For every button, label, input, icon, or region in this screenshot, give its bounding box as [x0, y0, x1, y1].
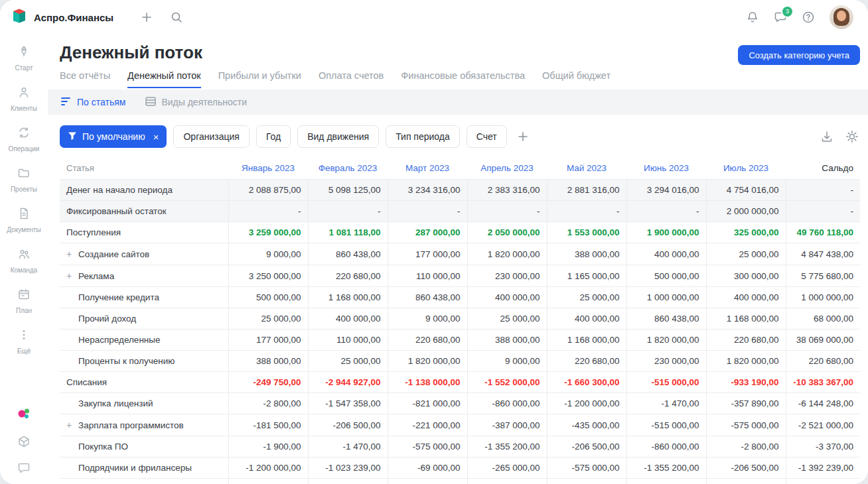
value-cell: 3 250 000,00 [228, 265, 308, 287]
tab-profit-loss[interactable]: Прибыли и убытки [218, 70, 301, 88]
value-cell: 1 820 000,00 [626, 330, 706, 351]
value-cell: 110 000,00 [308, 330, 388, 351]
column-header-month[interactable]: Апрель 2023 [467, 157, 547, 180]
column-header-month[interactable]: Июнь 2023 [626, 157, 706, 180]
table-row: Списания-249 750,00-2 944 927,00-1 138 0… [60, 372, 860, 393]
value-cell: 860 438,00 [626, 308, 706, 330]
tab-financial-obligations[interactable]: Финансовые обязательства [401, 70, 525, 88]
sidebar-item-plan[interactable]: План [16, 288, 32, 314]
expand-icon[interactable]: + [66, 420, 78, 430]
settings-gear-icon[interactable] [845, 130, 859, 143]
chat-bubble-icon[interactable] [17, 461, 31, 475]
row-label-cell[interactable]: +Зарплата программистов [60, 414, 228, 436]
saldo-cell: -10 383 367,00 [786, 372, 860, 393]
saldo-cell: 4 847 438,00 [786, 243, 860, 265]
table-body: Денег на начало периода2 088 875,005 098… [60, 180, 860, 484]
add-filter-button[interactable] [518, 131, 528, 142]
value-cell: 25 000,00 [308, 351, 388, 372]
active-filter-label: По умолчанию [82, 131, 145, 142]
value-cell: -357 890,00 [706, 479, 786, 484]
saldo-cell: 220 680,00 [786, 351, 860, 372]
row-label-cell: Списания [60, 372, 228, 393]
value-cell: -3 000,00 [228, 479, 308, 484]
row-label-cell: Нераспределенные [60, 330, 228, 351]
value-cell: 25 000,00 [467, 308, 547, 330]
value-cell: - [467, 201, 547, 222]
table-row: +Зарплата программистов-181 500,00-206 5… [60, 414, 860, 436]
filter-chip-organization[interactable]: Организация [173, 125, 249, 148]
expand-icon[interactable]: + [66, 249, 78, 259]
column-header-month[interactable]: Февраль 2023 [308, 157, 388, 180]
value-cell: 1 820 000,00 [467, 243, 547, 265]
chat-badge: 3 [782, 7, 792, 17]
column-header-month[interactable]: Январь 2023 [228, 157, 308, 180]
chat-icon[interactable]: 3 [774, 11, 787, 24]
value-cell: -387 000,00 [467, 414, 547, 436]
value-cell: 1 081 118,00 [308, 222, 388, 243]
tab-all-reports[interactable]: Все отчёты [60, 70, 110, 88]
value-cell: 388 000,00 [228, 351, 308, 372]
filter-chip-movement-type[interactable]: Вид движения [297, 125, 379, 148]
plan-icon [17, 288, 31, 304]
sidebar-item-more[interactable]: Ещё [17, 328, 31, 355]
search-icon[interactable] [171, 11, 182, 23]
tab-invoice-payment[interactable]: Оплата счетов [319, 70, 384, 88]
value-cell: 220 680,00 [547, 351, 626, 372]
value-cell: 1 820 000,00 [706, 351, 786, 372]
tab-cash-flow[interactable]: Денежный поток [127, 70, 201, 88]
sidebar-item-label: Операции [9, 145, 40, 152]
avatar[interactable] [830, 5, 853, 29]
box-icon[interactable] [17, 435, 31, 448]
value-cell: 110 000,00 [388, 265, 467, 287]
view-by-activity[interactable]: Виды деятельности [145, 97, 247, 108]
sidebar-item-projects[interactable]: Проекты [11, 166, 37, 193]
filter-chip-year[interactable]: Год [256, 125, 291, 148]
active-filter-chip[interactable]: По умолчанию × [60, 125, 167, 148]
sidebar-item-label: Клиенты [11, 105, 37, 112]
help-icon[interactable] [802, 11, 815, 24]
column-header-article: Статья [60, 157, 228, 180]
column-header-month[interactable]: Май 2023 [547, 157, 626, 180]
bell-icon[interactable] [746, 11, 759, 24]
sidebar-item-documents[interactable]: Документы [7, 207, 41, 233]
value-cell: -515 000,00 [626, 372, 706, 393]
column-header-month[interactable]: Март 2023 [388, 157, 467, 180]
sidebar-item-label: Команда [11, 267, 38, 274]
sidebar-item-clients[interactable]: Клиенты [11, 86, 37, 112]
create-category-button[interactable]: Создать категорию учета [738, 45, 860, 65]
saldo-cell: 38 069 000,00 [786, 330, 860, 351]
saldo-cell: -2 521 000,00 [786, 414, 860, 436]
sidebar-item-label: План [16, 307, 32, 314]
brand[interactable]: Аспро.Финансы [11, 7, 113, 27]
clear-filter-icon[interactable]: × [153, 131, 159, 143]
row-label: Прочий доход [78, 314, 136, 324]
column-header-month[interactable]: Июль 2023 [706, 157, 786, 180]
row-label: Получение кредита [78, 292, 159, 302]
table-row: Прочий доход25 000,00400 000,009 000,002… [60, 308, 860, 330]
value-cell: -206 500,00 [308, 414, 388, 436]
value-cell: 25 000,00 [547, 287, 626, 308]
value-cell: 177 000,00 [388, 243, 467, 265]
sidebar-item-start[interactable]: Старт [15, 45, 33, 72]
row-label-cell: Поступления [60, 222, 228, 243]
value-cell: 2 088 875,00 [228, 180, 308, 201]
value-cell: 1 000 000,00 [626, 287, 706, 308]
row-label: Фиксированный остаток [66, 206, 167, 216]
row-label: Нераспределенные [78, 335, 161, 345]
aspro-logo-icon[interactable] [16, 406, 32, 422]
expand-icon[interactable]: + [66, 271, 78, 281]
view-by-articles[interactable]: По статьям [61, 97, 125, 108]
row-label-cell: Фиксированный остаток [60, 201, 228, 222]
row-label-cell[interactable]: +Зарплата программистов [60, 479, 228, 484]
row-label-cell[interactable]: +Создание сайтов [60, 243, 228, 265]
tab-general-budget[interactable]: Общий бюджет [542, 70, 611, 88]
download-icon[interactable] [820, 130, 833, 143]
sidebar-item-team[interactable]: Команда [11, 247, 38, 274]
filter-chip-account[interactable]: Счет [467, 125, 507, 148]
plus-icon[interactable] [141, 12, 152, 23]
filter-chip-period-type[interactable]: Тип периода [386, 125, 460, 148]
value-cell: - [626, 201, 706, 222]
sidebar-item-operations[interactable]: Операции [9, 126, 40, 152]
sidebar-item-label: Ещё [17, 347, 31, 355]
row-label-cell[interactable]: +Реклама [60, 265, 228, 287]
